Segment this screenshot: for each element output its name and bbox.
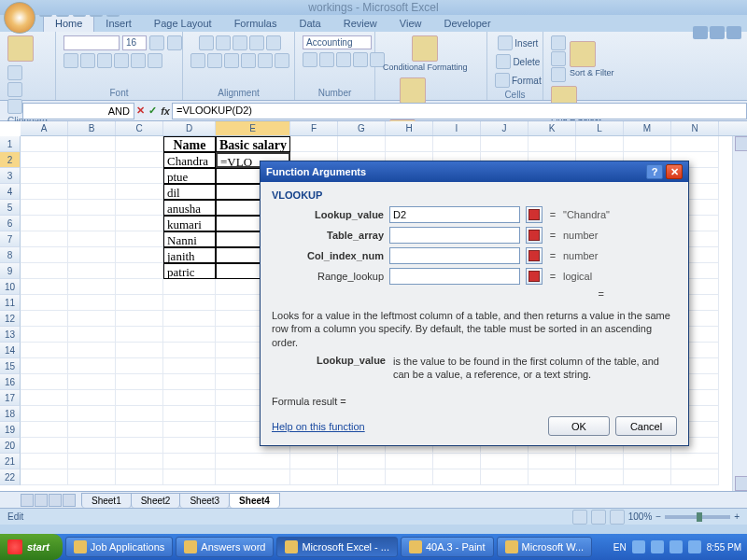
cell[interactable] (116, 231, 163, 247)
cell[interactable] (116, 327, 163, 343)
cell[interactable] (163, 343, 216, 358)
row-header[interactable]: 21 (0, 454, 21, 469)
dialog-close-icon[interactable]: ✕ (666, 164, 683, 179)
cell[interactable] (576, 469, 624, 485)
range-selector-icon[interactable] (526, 268, 543, 285)
number-format[interactable]: Accounting (303, 35, 372, 49)
col-header[interactable]: C (116, 121, 163, 135)
tab-page-layout[interactable]: Page Layout (143, 15, 223, 32)
zoom-out-icon[interactable]: − (655, 511, 661, 522)
col-header[interactable]: B (68, 121, 116, 135)
cell[interactable] (21, 390, 68, 406)
row-header[interactable]: 14 (0, 343, 21, 358)
office-button[interactable] (4, 2, 35, 34)
cell[interactable] (116, 374, 163, 390)
font-name[interactable] (63, 35, 120, 50)
cell[interactable] (21, 231, 68, 247)
col-header[interactable]: A (21, 121, 68, 135)
arg-input[interactable] (389, 247, 520, 264)
cell[interactable] (68, 390, 116, 406)
paste-icon[interactable] (7, 35, 34, 62)
cell[interactable] (163, 469, 216, 485)
cell[interactable] (21, 311, 68, 327)
cell[interactable] (163, 311, 216, 327)
cell[interactable] (163, 390, 216, 406)
cell[interactable] (338, 136, 386, 152)
col-header[interactable]: D (163, 121, 216, 135)
cell[interactable] (163, 358, 216, 374)
cell[interactable] (529, 454, 576, 469)
copy-icon[interactable] (7, 82, 22, 97)
merge-icon[interactable] (275, 53, 289, 68)
dialog-help-icon[interactable]: ? (646, 164, 663, 179)
sheet-tab[interactable]: Sheet4 (229, 493, 280, 508)
view-normal-icon[interactable] (572, 510, 587, 525)
insert-button[interactable]: Insert (498, 35, 538, 50)
cell[interactable] (21, 438, 68, 454)
cell[interactable] (116, 152, 163, 168)
cell[interactable] (433, 454, 481, 469)
cell[interactable] (68, 200, 116, 216)
cell[interactable] (68, 231, 116, 247)
clear-button[interactable] (551, 67, 566, 82)
tab-review[interactable]: Review (332, 15, 388, 32)
row-header[interactable]: 9 (0, 263, 21, 279)
cell[interactable] (21, 200, 68, 216)
cell[interactable] (68, 247, 116, 263)
cell[interactable] (433, 136, 481, 152)
cell[interactable]: ptue (163, 168, 216, 184)
row-header[interactable]: 18 (0, 406, 21, 422)
cell[interactable] (163, 327, 216, 343)
cell[interactable] (68, 152, 116, 168)
row-header[interactable]: 10 (0, 279, 21, 295)
cell[interactable] (624, 469, 671, 485)
col-header[interactable]: G (338, 121, 386, 135)
cell[interactable] (68, 295, 116, 311)
cell[interactable]: dil (163, 184, 216, 200)
vertical-scrollbar[interactable] (732, 136, 747, 491)
cell[interactable] (671, 469, 719, 485)
cell[interactable] (163, 422, 216, 438)
dialog-title-bar[interactable]: Function Arguments ? ✕ (261, 161, 688, 182)
view-break-icon[interactable] (610, 510, 625, 525)
cancel-formula-icon[interactable]: ✕ (136, 105, 145, 117)
cell[interactable] (116, 311, 163, 327)
tab-formulas[interactable]: Formulas (223, 15, 289, 32)
cell[interactable] (21, 263, 68, 279)
cell[interactable] (116, 200, 163, 216)
row-header[interactable]: 4 (0, 184, 21, 200)
tab-view[interactable]: View (388, 15, 433, 32)
cell[interactable] (386, 454, 433, 469)
cell[interactable] (21, 136, 68, 152)
cell[interactable] (68, 279, 116, 295)
col-header[interactable]: E (216, 121, 290, 135)
cell[interactable] (116, 358, 163, 374)
cell[interactable]: Basic salary (216, 136, 290, 152)
fill-button[interactable] (551, 51, 566, 66)
sheet-tab[interactable]: Sheet2 (131, 493, 181, 508)
currency-icon[interactable] (303, 52, 317, 67)
cancel-button[interactable]: Cancel (615, 416, 677, 436)
cell[interactable]: kumari (163, 216, 216, 231)
lang-indicator[interactable]: EN (613, 542, 627, 553)
cell[interactable]: patric (163, 263, 216, 279)
cell[interactable] (68, 358, 116, 374)
cell[interactable] (338, 469, 386, 485)
tab-developer[interactable]: Developer (432, 15, 501, 32)
cell[interactable] (21, 168, 68, 184)
cell[interactable] (68, 374, 116, 390)
cell[interactable] (216, 454, 290, 469)
view-layout-icon[interactable] (591, 510, 606, 525)
row-header[interactable]: 3 (0, 168, 21, 184)
taskbar-item[interactable]: Answers word (176, 537, 274, 557)
cell[interactable]: janith (163, 247, 216, 263)
cell[interactable] (529, 136, 576, 152)
row-header[interactable]: 11 (0, 295, 21, 311)
cell[interactable] (576, 454, 624, 469)
cell[interactable] (21, 343, 68, 358)
cell[interactable] (21, 422, 68, 438)
cell[interactable] (68, 422, 116, 438)
cell[interactable] (116, 247, 163, 263)
arg-input[interactable] (389, 227, 520, 244)
cell[interactable] (116, 438, 163, 454)
